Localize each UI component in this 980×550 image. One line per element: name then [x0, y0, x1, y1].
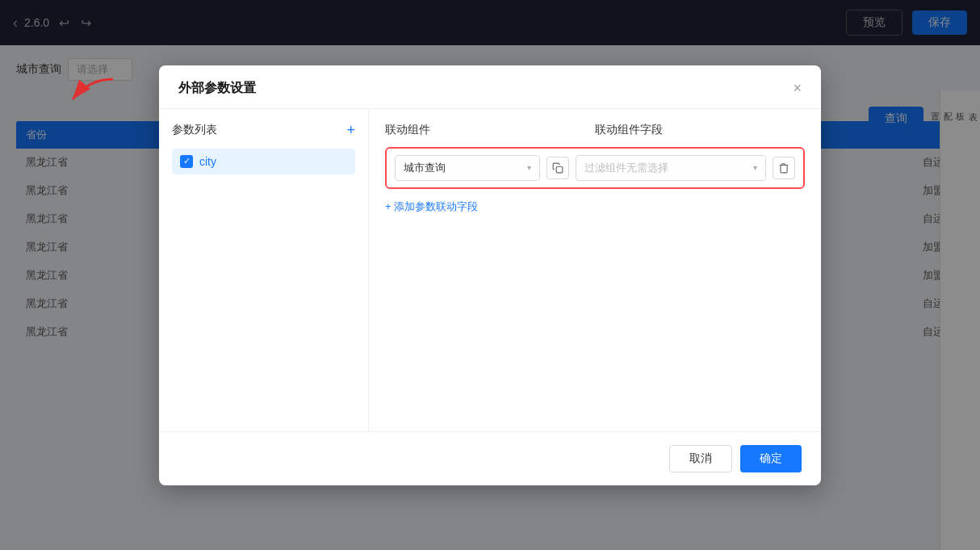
- svg-rect-0: [556, 166, 563, 173]
- confirm-button[interactable]: 确定: [740, 445, 802, 472]
- add-field-label: + 添加参数联动字段: [385, 199, 478, 214]
- modal-header: 外部参数设置 ×: [159, 65, 821, 109]
- param-name-city: city: [199, 155, 216, 168]
- cancel-button[interactable]: 取消: [669, 445, 732, 472]
- chevron-down-icon: ▾: [527, 163, 531, 172]
- modal-body: 参数列表 + ✓ city 联动组件 联动组: [159, 109, 821, 431]
- param-panel-header: 参数列表 +: [172, 122, 355, 139]
- add-param-button[interactable]: +: [346, 122, 355, 139]
- modal-footer: 取消 确定: [159, 431, 821, 485]
- field-col-title: 联动组件字段: [595, 123, 663, 136]
- linkage-panel: 联动组件 联动组件字段 城市查询 ▾: [369, 109, 821, 431]
- copy-button[interactable]: [547, 157, 569, 179]
- check-icon: ✓: [183, 157, 191, 166]
- modal-close-button[interactable]: ×: [793, 81, 802, 95]
- component-select-value: 城市查询: [404, 161, 446, 175]
- component-select[interactable]: 城市查询 ▾: [395, 155, 540, 181]
- param-item-city[interactable]: ✓ city: [172, 149, 355, 174]
- field-chevron-icon: ▾: [753, 163, 757, 172]
- field-select[interactable]: 过滤组件无需选择 ▾: [576, 155, 766, 181]
- component-col-title: 联动组件: [385, 123, 430, 136]
- modal: 外部参数设置 × 参数列表 + ✓ city: [159, 65, 821, 485]
- param-panel-title: 参数列表: [172, 123, 217, 137]
- modal-title: 外部参数设置: [178, 80, 256, 97]
- modal-overlay: 外部参数设置 × 参数列表 + ✓ city: [0, 0, 980, 550]
- linkage-column-headers: 联动组件 联动组件字段: [385, 122, 805, 137]
- param-checkbox: ✓: [180, 155, 193, 168]
- linkage-row: 城市查询 ▾ 过滤组件无需选择 ▾: [385, 147, 805, 189]
- field-placeholder: 过滤组件无需选择: [584, 161, 753, 175]
- add-field-button[interactable]: + 添加参数联动字段: [385, 199, 478, 214]
- delete-button[interactable]: [773, 157, 795, 179]
- param-panel: 参数列表 + ✓ city: [159, 109, 369, 431]
